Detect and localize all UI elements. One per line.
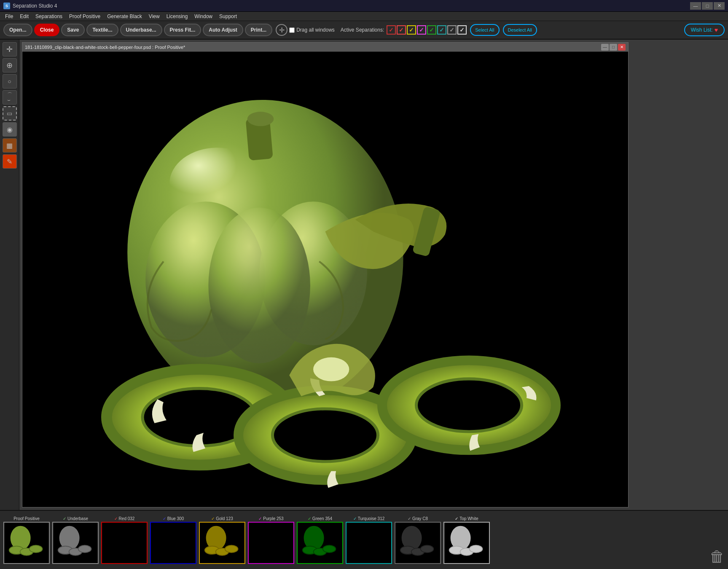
app-icon: S [3, 3, 10, 9]
thumbnail-gold-123-img[interactable] [199, 522, 245, 564]
thumbnail-proof-positive-img[interactable] [3, 522, 50, 564]
menu-support[interactable]: Support [216, 13, 240, 20]
drag-checkbox[interactable] [289, 27, 295, 33]
move-tool[interactable]: ✛ [3, 42, 17, 56]
doc-minimize-button[interactable]: — [601, 44, 609, 51]
drag-label: Drag all windows [296, 27, 335, 33]
menu-proof-positive[interactable]: Proof Positive [66, 13, 104, 20]
auto-adjust-button[interactable]: Auto Adjust [203, 24, 243, 36]
wish-list-label: Wish List: [691, 27, 713, 33]
pepper-image [22, 52, 628, 507]
sep-check-2[interactable]: ✓ [397, 25, 406, 35]
sep-check-8[interactable]: ✓ [457, 25, 467, 35]
sep-check-4[interactable]: ✓ [417, 25, 426, 35]
deselect-all-button[interactable]: Deselect All [503, 24, 537, 36]
thumbnail-gray-c8-label: ✓ Gray C8 [408, 516, 428, 521]
thumbnail-green-354-img[interactable] [297, 522, 343, 564]
menu-window[interactable]: Window [191, 13, 216, 20]
svg-rect-27 [151, 523, 196, 563]
thumbnail-turquoise-312: ✓ Turquoise 312 [346, 516, 392, 564]
brush-tool[interactable]: ◉ [3, 122, 17, 137]
save-button[interactable]: Save [61, 24, 85, 36]
menu-edit[interactable]: Edit [16, 13, 32, 20]
svg-point-25 [78, 545, 91, 552]
thumbnail-top-white: ✓ Top White [443, 516, 490, 564]
sep-check-6[interactable]: ✓ [437, 25, 446, 35]
svg-point-49 [470, 545, 483, 552]
menu-bar: File Edit Separations Proof Positive Gen… [0, 12, 728, 21]
thumbnail-purple-253-label: ✓ Purple 253 [258, 516, 283, 521]
marquee-tool[interactable]: ▭ [3, 106, 17, 121]
sep-check-3[interactable]: ✓ [407, 25, 416, 35]
trash-area: 🗑 [709, 511, 725, 569]
svg-rect-33 [249, 523, 293, 563]
main-area: ✛ ⊕ ○ ⌒⌣ ▭ ◉ ▦ ✎ 181-1810899_clip-black-… [0, 40, 728, 510]
thumbnail-gray-c8-img[interactable] [395, 522, 441, 564]
select-all-button[interactable]: Select All [470, 24, 499, 36]
thumbnail-turquoise-312-img[interactable] [346, 522, 392, 564]
maximize-button[interactable]: □ [702, 2, 713, 10]
left-toolbar: ✛ ⊕ ○ ⌒⌣ ▭ ◉ ▦ ✎ [0, 40, 19, 510]
thumbnail-gray-c8: ✓ Gray C8 [395, 516, 441, 564]
thumbnail-green-354: ✓ Green 354 [297, 516, 343, 564]
doc-maximize-button[interactable]: □ [610, 44, 617, 51]
underbase-button[interactable]: Underbase... [120, 24, 162, 36]
wish-list-button[interactable]: Wish List: ♥ [684, 24, 725, 36]
menu-file[interactable]: File [2, 13, 16, 20]
thumbnail-gold-123: ✓ Gold 123 [199, 516, 245, 564]
thumbnail-purple-253-img[interactable] [248, 522, 294, 564]
svg-point-7 [169, 148, 265, 220]
svg-point-38 [323, 545, 336, 552]
svg-point-32 [225, 545, 238, 552]
polygon-lasso-tool[interactable]: ⌒⌣ [3, 90, 17, 105]
eraser-tool[interactable]: ✎ [3, 154, 17, 169]
press-fit-button[interactable]: Press Fit... [164, 24, 201, 36]
doc-titlebar: 181-1810899_clip-black-and-white-stock-b… [22, 43, 628, 52]
document-window: 181-1810899_clip-black-and-white-stock-b… [22, 42, 629, 507]
close-doc-button[interactable]: Close [34, 24, 60, 36]
menu-separations[interactable]: Separations [32, 13, 66, 20]
textile-button[interactable]: Textile... [86, 24, 118, 36]
drag-all-windows-icon[interactable]: ✛ [276, 24, 287, 36]
thumbnail-underbase-img[interactable] [52, 522, 99, 564]
thumbnail-blue-300-label: ✓ Blue 300 [163, 516, 184, 521]
thumbnail-top-white-label: ✓ Top White [455, 516, 478, 521]
sep-check-7[interactable]: ✓ [447, 25, 457, 35]
thumbnail-red-032-label: ✓ Red 032 [114, 516, 135, 521]
menu-view[interactable]: View [145, 13, 163, 20]
menu-generate-black[interactable]: Generate Black [104, 13, 145, 20]
svg-point-15 [313, 357, 349, 381]
bottom-panel: Proof Positive ✓ Underbase [0, 510, 728, 569]
svg-rect-39 [347, 523, 391, 563]
close-button[interactable]: ✕ [714, 2, 725, 10]
doc-controls: — □ ✕ [601, 44, 626, 51]
trash-icon[interactable]: 🗑 [709, 548, 725, 566]
thumbnail-purple-253: ✓ Purple 253 [248, 516, 294, 564]
open-button[interactable]: Open... [3, 24, 32, 36]
svg-point-14 [416, 379, 522, 432]
thumbnail-blue-300-img[interactable] [150, 522, 196, 564]
sep-check-1[interactable]: ✓ [387, 25, 396, 35]
active-separations-label: Active Separations: [341, 27, 384, 33]
doc-close-button[interactable]: ✕ [618, 44, 626, 51]
svg-rect-26 [102, 523, 147, 563]
thumbnail-top-white-img[interactable] [443, 522, 490, 564]
thumbnail-red-032-img[interactable] [101, 522, 148, 564]
lasso-tool[interactable]: ○ [3, 74, 17, 89]
canvas-area: 181-1810899_clip-black-and-white-stock-b… [19, 40, 631, 510]
zoom-in-tool[interactable]: ⊕ [3, 58, 17, 72]
print-button[interactable]: Print... [245, 24, 272, 36]
fill-tool[interactable]: ▦ [3, 138, 17, 153]
svg-point-4 [208, 207, 310, 363]
canvas-content [22, 52, 628, 507]
thumbnail-proof-positive: Proof Positive [3, 516, 50, 564]
doc-title: 181-1810899_clip-black-and-white-stock-b… [25, 45, 185, 50]
menu-licensing[interactable]: Licensing [163, 13, 191, 20]
thumbnail-green-354-label: ✓ Green 354 [308, 516, 332, 521]
sep-check-5[interactable]: ✓ [427, 25, 436, 35]
title-text: Separation Studio 4 [13, 3, 57, 9]
thumbnail-blue-300: ✓ Blue 300 [150, 516, 196, 564]
minimize-button[interactable]: — [690, 2, 701, 10]
thumbnail-gold-123-label: ✓ Gold 123 [211, 516, 233, 521]
svg-point-44 [421, 545, 434, 552]
